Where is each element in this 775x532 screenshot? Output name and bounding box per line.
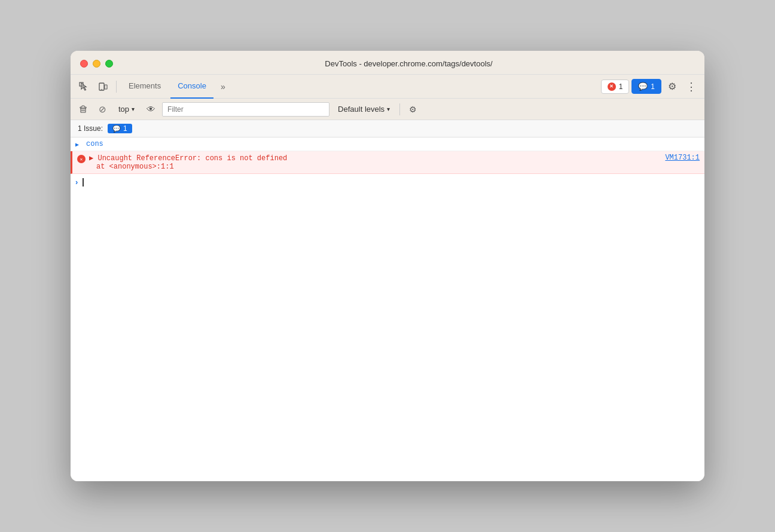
toolbar-divider-1	[116, 81, 117, 93]
device-toolbar-button[interactable]	[94, 78, 111, 95]
tab-console[interactable]: Console	[170, 75, 213, 99]
inspect-element-button[interactable]	[75, 78, 92, 95]
default-levels-label: Default levels	[338, 105, 385, 114]
console-content: ▶ cons ▶ Uncaught ReferenceError: cons i…	[71, 137, 704, 481]
settings-button[interactable]: ⚙	[664, 78, 681, 95]
console-user-text: cons	[86, 140, 103, 148]
prompt-chevron: ›	[75, 178, 78, 186]
eye-icon: 👁	[147, 104, 155, 114]
console-error-text: ▶ Uncaught ReferenceError: cons is not d…	[89, 154, 700, 171]
context-dropdown[interactable]: top ▾	[114, 103, 139, 115]
window-title: DevTools - developer.chrome.com/tags/dev…	[123, 59, 695, 68]
console-prompt-line[interactable]: ›	[71, 174, 704, 190]
error-circle-icon	[608, 82, 616, 91]
console-cursor	[83, 178, 84, 186]
error-icon	[77, 155, 86, 163]
chat-icon: 💬	[638, 82, 648, 91]
console-settings-button[interactable]: ⚙	[405, 102, 420, 117]
console-line-input: ▶ cons	[71, 137, 704, 151]
issues-label: 1 Issue:	[78, 124, 103, 133]
error-stack-text: at <anonymous>:1:1	[96, 163, 700, 171]
block-icon: ⊘	[99, 104, 106, 115]
eye-button[interactable]: 👁	[143, 102, 158, 117]
svg-point-3	[101, 88, 102, 89]
console-toolbar: ⊘ top ▾ 👁 Default levels ▾ ⚙	[71, 99, 704, 120]
title-bar: DevTools - developer.chrome.com/tags/dev…	[71, 51, 704, 75]
default-levels-button[interactable]: Default levels ▾	[333, 103, 395, 115]
message-badge-button[interactable]: 💬 1	[631, 79, 661, 94]
svg-rect-2	[105, 85, 107, 89]
error-main-line: ▶ Uncaught ReferenceError: cons is not d…	[89, 154, 700, 163]
dropdown-arrow-icon: ▾	[132, 106, 135, 112]
devtools-window: DevTools - developer.chrome.com/tags/dev…	[71, 51, 704, 481]
cursor-icon	[79, 82, 89, 91]
clear-icon	[79, 105, 87, 114]
minimize-button[interactable]	[93, 60, 100, 68]
issues-bar: 1 Issue: 💬 1	[71, 120, 704, 137]
close-button[interactable]	[80, 60, 88, 68]
issues-badge-icon: 💬	[112, 125, 121, 133]
vm-link[interactable]: VM1731:1	[665, 154, 700, 162]
message-count: 1	[651, 82, 655, 91]
devtools-toolbar: Elements Console » 1 💬 1 ⚙ ⋮	[71, 75, 704, 99]
issues-badge-count: 1	[123, 124, 127, 133]
console-error-row: ▶ Uncaught ReferenceError: cons is not d…	[71, 151, 704, 174]
tab-elements[interactable]: Elements	[121, 75, 168, 99]
filter-input[interactable]	[162, 102, 329, 117]
error-badge-button[interactable]: 1	[601, 80, 630, 94]
svg-marker-4	[80, 106, 86, 108]
more-options-button[interactable]: ⋮	[683, 78, 700, 95]
block-network-button[interactable]: ⊘	[94, 102, 110, 117]
tab-more[interactable]: »	[216, 82, 230, 91]
error-count: 1	[619, 82, 623, 91]
context-label: top	[118, 105, 129, 114]
traffic-lights	[80, 60, 113, 68]
default-levels-arrow-icon: ▾	[387, 106, 390, 112]
issues-badge[interactable]: 💬 1	[108, 124, 132, 133]
console-toolbar-divider	[399, 103, 400, 115]
error-main-text: ▶ Uncaught ReferenceError: cons is not d…	[89, 154, 287, 163]
clear-console-button[interactable]	[75, 102, 91, 117]
maximize-button[interactable]	[105, 60, 113, 68]
device-icon	[98, 82, 108, 91]
expand-chevron[interactable]: ▶	[75, 140, 83, 148]
